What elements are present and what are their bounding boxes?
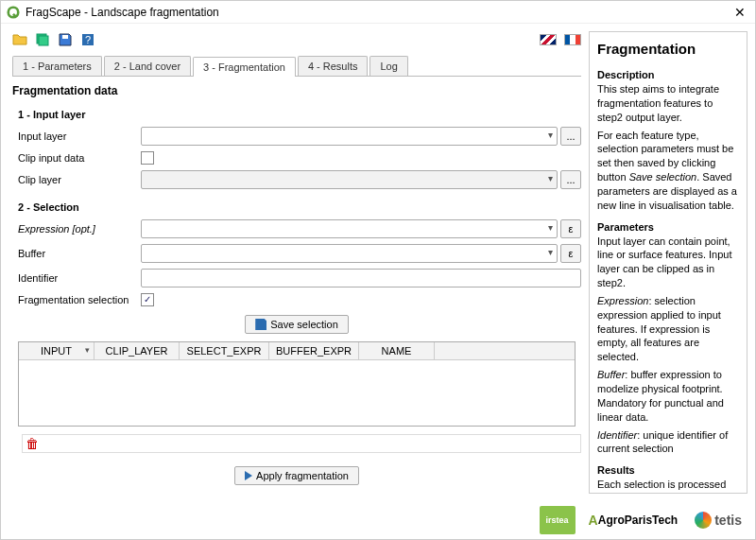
tab-bar: 1 - Parameters 2 - Land cover 3 - Fragme… <box>12 56 581 77</box>
clip-input-label: Clip input data <box>18 152 141 164</box>
toolbar: ? <box>12 29 581 50</box>
svg-text:?: ? <box>85 34 91 45</box>
help-desc-heading: Description <box>597 68 739 82</box>
play-icon <box>245 471 252 480</box>
identifier-label: Identifier <box>18 272 141 284</box>
save-icon[interactable] <box>58 32 73 47</box>
lang-french-button[interactable] <box>564 34 581 45</box>
save-selection-button[interactable]: Save selection <box>245 315 349 334</box>
expression-combo[interactable] <box>141 219 558 238</box>
logo-tetis: tetis <box>691 506 746 534</box>
logo-irstea: irstea <box>540 506 576 534</box>
col-select-expr[interactable]: SELECT_EXPR <box>180 342 269 359</box>
svg-rect-4 <box>62 35 68 39</box>
main-panel: ? 1 - Parameters 2 - Land cover 3 - Frag… <box>1 24 589 501</box>
buffer-combo[interactable] <box>141 244 558 263</box>
save-icon <box>255 319 266 330</box>
tab-results[interactable]: 4 - Results <box>298 56 369 76</box>
help-results-heading: Results <box>597 463 739 478</box>
apply-fragmentation-label: Apply fragmentation <box>256 470 349 481</box>
section-selection-title: 2 - Selection <box>18 201 581 213</box>
window-title: FragScape - Landscape fragmentation <box>26 6 730 19</box>
help-icon[interactable]: ? <box>80 32 95 47</box>
clip-layer-label: Clip layer <box>18 174 141 185</box>
app-icon <box>7 6 20 19</box>
section-input-layer-title: 1 - Input layer <box>18 109 581 120</box>
expression-builder-button[interactable]: ε <box>560 219 581 238</box>
col-clip-layer[interactable]: CLIP_LAYER <box>94 342 180 359</box>
help-text: Input layer can contain point, line or s… <box>597 235 739 290</box>
help-text: This step aims to integrate fragmentatio… <box>597 82 739 125</box>
buffer-builder-button[interactable]: ε <box>560 244 581 263</box>
help-params-heading: Parameters <box>597 220 739 235</box>
expression-label: Expression [opt.] <box>18 223 141 235</box>
clip-input-checkbox[interactable] <box>141 151 154 165</box>
table-header: INPUT CLIP_LAYER SELECT_EXPR BUFFER_EXPR… <box>19 342 575 360</box>
help-text: Each selection is processed (clip, selec… <box>597 478 739 494</box>
frag-selection-label: Fragmentation selection <box>18 294 141 305</box>
help-text: For each feature type, selection paramet… <box>597 129 739 213</box>
input-layer-combo[interactable] <box>141 127 558 146</box>
apply-fragmentation-button[interactable]: Apply fragmentation <box>234 466 359 485</box>
selection-table[interactable]: INPUT CLIP_LAYER SELECT_EXPR BUFFER_EXPR… <box>18 341 576 427</box>
svg-rect-3 <box>39 36 48 45</box>
save-all-icon[interactable] <box>35 32 50 47</box>
help-panel: Fragmentation Description This step aims… <box>589 31 747 494</box>
col-buffer-expr[interactable]: BUFFER_EXPR <box>269 342 359 359</box>
col-name[interactable]: NAME <box>359 342 435 359</box>
save-selection-label: Save selection <box>270 319 338 330</box>
delete-row-button[interactable]: 🗑 <box>22 434 581 453</box>
input-layer-label: Input layer <box>18 131 141 142</box>
input-layer-browse-button[interactable]: ... <box>560 127 581 146</box>
open-folder-icon[interactable] <box>12 32 27 47</box>
frag-selection-checkbox[interactable]: ✓ <box>141 293 154 306</box>
tab-log[interactable]: Log <box>369 56 407 76</box>
close-icon[interactable]: ✕ <box>730 5 749 20</box>
lang-english-button[interactable] <box>540 34 557 45</box>
help-text: Identifier: unique identifier of current… <box>597 428 739 457</box>
page-title: Fragmentation data <box>12 84 581 97</box>
title-bar: FragScape - Landscape fragmentation ✕ <box>1 1 755 24</box>
tab-parameters[interactable]: 1 - Parameters <box>12 56 102 76</box>
logo-agroparistech: AAgroParisTech <box>585 506 682 534</box>
clip-layer-browse-button[interactable]: ... <box>560 170 581 189</box>
help-text: Buffer: buffer expression to modelize ph… <box>597 368 739 424</box>
buffer-label: Buffer <box>18 248 141 259</box>
help-text: Expression: selection expression applied… <box>597 294 739 364</box>
tab-fragmentation[interactable]: 3 - Fragmentation <box>193 57 296 77</box>
footer-logos: irstea AAgroParisTech tetis <box>1 501 755 539</box>
identifier-input[interactable] <box>141 269 581 287</box>
help-title: Fragmentation <box>597 40 739 59</box>
clip-layer-combo[interactable] <box>141 170 558 189</box>
tab-land-cover[interactable]: 2 - Land cover <box>104 56 191 76</box>
col-input[interactable]: INPUT <box>19 342 94 359</box>
